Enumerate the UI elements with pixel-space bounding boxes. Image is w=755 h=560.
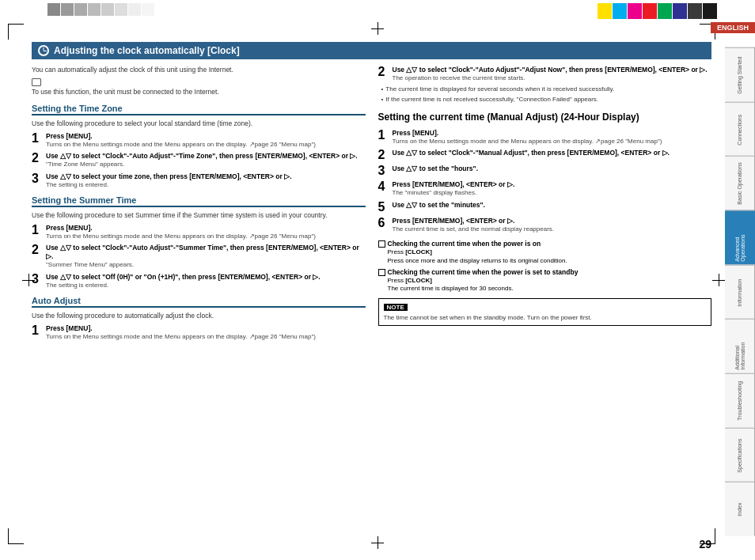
step-title-ma-3: Use △▽ to set the "hours". [393,165,712,173]
step-desc-st-1: Turns on the Menu settings mode and the … [46,233,366,240]
step-ma-4: 4 Press [ENTER/MEMO], <ENTER> or ▷. The … [378,180,712,197]
step-num-tz-1: 1 [32,132,43,145]
language-label: ENGLISH [711,22,755,33]
step-title-tz-3: Use △▽ to select your time zone, then pr… [46,172,366,181]
top-gray-blocks [47,3,154,16]
step-content-ma-3: Use △▽ to set the "hours". [393,165,712,173]
step-desc-tz-1: Turns on the Menu settings mode and the … [46,141,366,149]
step-desc-tz-3: The setting is entered. [46,181,366,189]
bullet-1: The current time is displayed for severa… [378,85,712,93]
step-tz-3: 3 Use △▽ to select your time zone, then … [32,172,366,189]
bullet-2: If the current time is not received succ… [378,96,712,104]
page-title: Adjusting the clock automatically [Clock… [54,45,240,56]
step-num-aa-1: 1 [32,324,43,337]
corner-mark-tl [8,24,24,40]
step-content-ma-4: Press [ENTER/MEMO], <ENTER> or ▷. The "m… [393,180,712,197]
step-num-ma-5: 5 [378,201,389,214]
sidebar-tab-index[interactable]: Index [725,482,755,536]
step-num-st-2: 2 [32,244,43,256]
sidebar-tab-getting-started[interactable]: Getting Started [725,47,755,102]
step-title-st-3: Use △▽ to select "Off (0H)" or "On (+1H)… [46,273,366,282]
clock-key-2: [CLOCK] [405,277,432,284]
step-content-ma-2: Use △▽ to select "Clock"-"Manual Adjust"… [393,149,712,157]
checkbox-title-2: Checking the current time when the power… [388,268,579,277]
step-title-ma-6: Press [ENTER/MEMO], <ENTER> or ▷. [393,217,712,225]
step-desc-ma-1: Turns on the Menu settings mode and the … [393,138,712,146]
checkbox-sub1-2: Press [CLOCK] [388,277,579,285]
step-tz-1: 1 Press [MENU]. Turns on the Menu settin… [32,132,366,149]
section-summer-time-header: Setting the Summer Time [32,195,366,207]
step-desc-aa-1: Turns on the Menu settings mode and the … [46,333,366,341]
color-blocks [598,3,717,19]
checkbox-standby: Checking the current time when the power… [378,268,712,293]
two-col-layout: You can automatically adjust the clock o… [32,66,711,348]
note-box: NOTE The time cannot be set when in the … [378,298,712,326]
step-ma-3: 3 Use △▽ to set the "hours". [378,165,712,177]
step-content-tz-2: Use △▽ to select "Clock"-"Auto Adjust"-"… [46,152,366,168]
step-num-st-3: 3 [32,273,43,286]
step-content-st-2: Use △▽ to select "Clock"-"Auto Adjust"-"… [46,244,366,269]
step-desc-ma-6: The current time is set, and the normal … [393,225,712,233]
step-desc-ma-4: The "minutes" display flashes. [393,189,712,197]
step-title-aa-1: Press [MENU]. [46,324,366,333]
checkbox-power-on: Checking the current time when the power… [378,240,712,265]
step-content-ma-5: Use △▽ to set the "minutes". [393,201,712,210]
intro-text-1: You can automatically adjust the clock o… [32,66,366,75]
section-time-zone-header: Setting the Time Zone [32,104,366,115]
manual-steps: 1 Press [MENU]. Turns on the Menu settin… [378,129,712,233]
note-label: NOTE [384,304,408,311]
checkbox-icon-1 [378,240,385,248]
clock-key-1: [CLOCK] [405,248,432,255]
corner-mark-bl [8,528,24,544]
sidebar-tab-troubleshooting[interactable]: Troubleshooting [725,373,755,428]
sidebar-tab-information[interactable]: Information [725,265,755,320]
step-desc-st-3: The setting is entered. [46,282,366,289]
step-desc-aa-2: The operation to receive the current tim… [393,74,712,82]
section-auto-adjust-header: Auto Adjust [32,296,366,308]
main-content: Adjusting the clock automatically [Clock… [24,36,719,536]
right-column: 2 Use △▽ to select "Clock"-"Auto Adjust"… [378,66,712,348]
step-st-3: 3 Use △▽ to select "Off (0H)" or "On (+1… [32,273,366,289]
manual-section: Setting the current time (Manual Adjust)… [378,112,712,326]
step-title-st-2: Use △▽ to select "Clock"-"Auto Adjust"-"… [46,244,366,261]
sidebar-tab-basic-operations[interactable]: Basic Operations [725,156,755,210]
checkbox-sub1-1: Press [CLOCK] [388,248,567,256]
right-sidebar: Getting Started Connections Basic Operat… [725,47,755,536]
step-tz-2: 2 Use △▽ to select "Clock"-"Auto Adjust"… [32,152,366,168]
step-num-ma-6: 6 [378,217,389,229]
step-num-ma-1: 1 [378,129,389,142]
sidebar-tab-additional-information[interactable]: Additional Information [725,319,755,373]
page-number: 29 [699,538,711,551]
step-content-aa-1: Press [MENU]. Turns on the Menu settings… [46,324,366,341]
checkbox-sub2-1: Press once more and the display returns … [388,257,567,265]
section-auto-adjust-desc: Use the following procedure to automatic… [32,312,366,321]
step-ma-5: 5 Use △▽ to set the "minutes". [378,201,712,214]
step-aa-1: 1 Press [MENU]. Turns on the Menu settin… [32,324,366,341]
step-num-st-1: 1 [32,224,43,236]
step-num-ma-2: 2 [378,149,389,161]
step-title-tz-2: Use △▽ to select "Clock"-"Auto Adjust"-"… [46,152,366,161]
step-ma-1: 1 Press [MENU]. Turns on the Menu settin… [378,129,712,146]
step-st-1: 1 Press [MENU]. Turns on the Menu settin… [32,224,366,240]
checkbox-content-2: Checking the current time when the power… [388,268,579,293]
step-num-ma-4: 4 [378,180,389,193]
step-title-ma-1: Press [MENU]. [393,129,712,138]
step-title-st-1: Press [MENU]. [46,224,366,233]
step-num-tz-3: 3 [32,172,43,185]
checkbox-title-1: Checking the current time when the power… [388,240,567,248]
checkbox-content-1: Checking the current time when the power… [388,240,567,265]
sidebar-tab-specifications[interactable]: Specifications [725,428,755,482]
sidebar-tab-connections[interactable]: Connections [725,102,755,157]
step-content-ma-1: Press [MENU]. Turns on the Menu settings… [393,129,712,146]
cross-bottom [371,536,384,549]
sidebar-tab-advanced-operations[interactable]: Advanced Operations [725,210,755,265]
step-content-st-1: Press [MENU]. Turns on the Menu settings… [46,224,366,240]
summer-time-steps: 1 Press [MENU]. Turns on the Menu settin… [32,224,366,289]
step-num-aa-2: 2 [378,66,389,78]
manual-section-header: Setting the current time (Manual Adjust)… [378,112,712,124]
step-desc-tz-2: "Time Zone Menu" appears. [46,161,366,168]
time-zone-steps: 1 Press [MENU]. Turns on the Menu settin… [32,132,366,189]
step-ma-2: 2 Use △▽ to select "Clock"-"Manual Adjus… [378,149,712,161]
step-content-st-3: Use △▽ to select "Off (0H)" or "On (+1H)… [46,273,366,289]
step-content-tz-3: Use △▽ to select your time zone, then pr… [46,172,366,189]
